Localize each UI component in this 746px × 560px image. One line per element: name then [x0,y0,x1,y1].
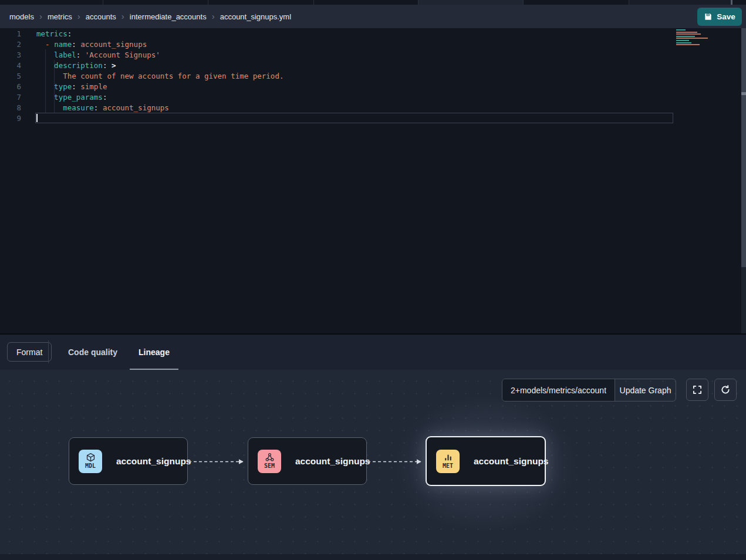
selector-input[interactable] [502,379,615,401]
panel-header: Format Code qualityLineage [0,333,746,370]
chevron-right-icon: › [77,11,80,21]
line-number: 7 [0,92,21,103]
code-line[interactable]: type_params: [36,92,283,103]
chevron-right-icon: › [212,11,215,21]
breadcrumb-item[interactable]: metrics [48,12,72,21]
mdl-badge: MDL [79,450,102,473]
minimap[interactable] [676,29,713,46]
met-badge: MET [436,450,460,473]
share-nodes-icon [265,453,275,463]
top-tab-divider [208,0,208,5]
fullscreen-icon [692,384,703,395]
update-graph-button[interactable]: Update Graph [615,379,676,401]
sem-badge: SEM [258,450,281,473]
fullscreen-button[interactable] [686,379,708,401]
top-tab-divider [731,0,733,5]
badge-label: MDL [85,463,96,470]
top-tab-strip [0,0,746,5]
chevron-right-icon: › [121,11,124,21]
breadcrumb-item[interactable]: intermediate_accounts [130,12,207,21]
line-number: 2 [0,39,21,50]
node-label: account_signups [295,456,370,467]
tab-lineage[interactable]: Lineage [128,335,180,370]
breadcrumb-bar: models›metrics›accounts›intermediate_acc… [0,5,746,28]
scrollbar-marker [741,92,746,95]
refresh-button[interactable] [714,379,737,401]
code-line[interactable]: type: simple [36,82,283,92]
node-label: account_signups [116,456,191,467]
chevron-right-icon: › [39,11,42,21]
format-button[interactable]: Format [7,342,52,362]
top-tab-segment[interactable] [629,0,731,5]
top-tab-divider [103,0,103,5]
code-line[interactable]: measure: account_signups [36,103,283,113]
lineage-node-sem[interactable]: SEMaccount_signups [248,437,367,485]
badge-label: MET [443,463,453,470]
top-tab-divider [523,0,524,5]
badge-label: SEM [264,463,275,470]
scrollbar-thumb[interactable] [741,28,746,267]
line-number: 6 [0,82,21,92]
text-cursor [36,114,38,122]
lineage-node-met[interactable]: METaccount_signups [426,436,546,486]
node-label: account_signups [474,456,548,467]
line-number: 4 [0,60,21,71]
save-label: Save [717,12,735,21]
editor-scrollbar[interactable] [741,28,746,333]
top-tab-divider [418,0,418,5]
top-tab-segment[interactable] [418,0,523,5]
code-line[interactable]: - name: account_signups [36,39,283,50]
save-icon [704,12,713,21]
refresh-icon [720,384,731,395]
code-line[interactable]: description: > [36,60,283,71]
line-number: 5 [0,71,21,82]
line-number: 1 [0,29,21,39]
bottom-panel: Format Code qualityLineage Update Graph [0,333,746,560]
top-tab-divider [629,0,629,5]
save-button[interactable]: Save [697,8,742,26]
header-divider [48,340,49,363]
panel-tabs: Code qualityLineage [58,335,180,370]
cube-icon [86,453,96,463]
lineage-selector-group: Update Graph [502,379,676,402]
code-line[interactable]: The count of new accounts for a given ti… [36,71,283,82]
tab-code-quality[interactable]: Code quality [58,335,128,370]
breadcrumb: models›metrics›accounts›intermediate_acc… [9,12,291,22]
code-editor[interactable]: 123456789 metrics: - name: account_signu… [0,28,746,333]
lineage-node-mdl[interactable]: MDLaccount_signups [69,437,188,485]
code-line[interactable]: metrics: [36,29,283,39]
line-number: 9 [0,113,21,124]
code-line[interactable]: label: 'Account Signups' [36,50,283,60]
breadcrumb-item[interactable]: account_signups.yml [220,12,291,21]
ide-window: models›metrics›accounts›intermediate_acc… [0,0,746,560]
tab-label: Lineage [139,348,170,357]
top-tab-divider [313,0,314,5]
line-number: 8 [0,103,21,113]
panel-footer [0,554,746,560]
breadcrumb-item[interactable]: models [9,12,34,21]
editor-code[interactable]: metrics: - name: account_signups label: … [36,29,283,124]
breadcrumb-item[interactable]: accounts [86,12,116,21]
line-number: 3 [0,50,21,60]
current-line-highlight [35,113,673,123]
tab-label: Code quality [68,348,117,357]
lineage-canvas[interactable]: Update Graph MDLaccount_signupsSEMaccoun… [0,370,746,560]
editor-gutter: 123456789 [0,29,21,124]
bar-chart-icon [443,453,453,463]
